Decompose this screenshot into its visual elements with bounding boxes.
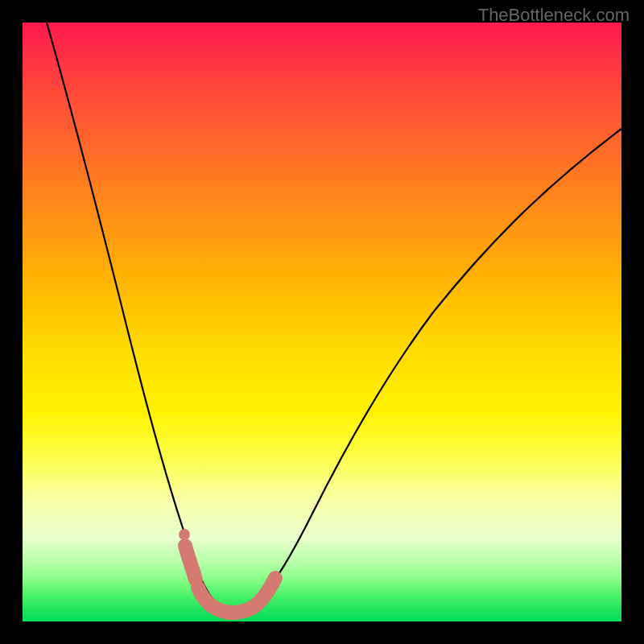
highlight-dot <box>179 529 190 540</box>
watermark-text: TheBottleneck.com <box>478 5 630 26</box>
plot-area <box>23 23 621 621</box>
bottleneck-curve-line <box>47 23 621 611</box>
highlight-segment <box>185 546 275 613</box>
bottleneck-curve-svg <box>23 23 621 621</box>
